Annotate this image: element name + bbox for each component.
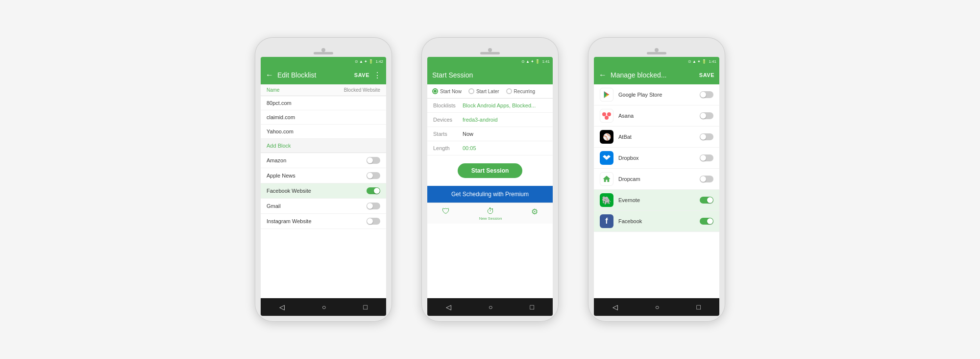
tab-settings[interactable]: ⚙ xyxy=(531,207,538,221)
row-value: Block Android Apps, Blocked... xyxy=(463,103,547,108)
row-value: freda3-android xyxy=(463,117,547,123)
app-name: Apple News xyxy=(267,173,295,179)
app-item-facebook: f Facebook xyxy=(594,211,719,232)
nav-back[interactable]: ◁ xyxy=(612,303,618,311)
nav-recent[interactable]: □ xyxy=(530,303,534,311)
app-name-dropbox: Dropbox xyxy=(618,155,695,161)
phone-3-save-btn[interactable]: SAVE xyxy=(699,72,714,78)
phone-2-speaker xyxy=(480,52,500,54)
list-item: claimid.com xyxy=(261,110,386,125)
phone-3-content: Google Play Store Asana xyxy=(594,84,719,298)
toggle-evernote[interactable] xyxy=(700,197,713,204)
list-item: Gmail xyxy=(261,199,386,214)
toggle-facebook-app[interactable] xyxy=(700,218,713,225)
tab-new-session[interactable]: ⏱ New Session xyxy=(479,207,502,221)
row-label: Devices xyxy=(433,117,463,123)
phone-3-nav: ◁ ○ □ xyxy=(594,298,719,316)
more-icon[interactable]: ⋮ xyxy=(373,71,381,80)
phone-3-screen: ⊙ ▲ ✦ 🔋 1:41 ← Manage blocked... SAVE Go… xyxy=(594,57,719,316)
app-item-play: Google Play Store xyxy=(594,84,719,105)
phone-1: ⊙ ▲ ✦ 🔋 1:42 ← Edit Blocklist SAVE ⋮ Nam… xyxy=(255,37,392,322)
session-row-starts: Starts Now xyxy=(427,127,553,141)
nav-recent[interactable]: □ xyxy=(364,303,368,311)
app-name: Facebook Website xyxy=(267,188,311,194)
back-icon[interactable]: ← xyxy=(266,71,273,79)
tab-shield-left[interactable]: 🛡 xyxy=(442,207,450,221)
toggle-gmail[interactable] xyxy=(367,203,380,209)
phone-3-status-bar: ⊙ ▲ ✦ 🔋 1:41 xyxy=(594,57,719,66)
bottom-tabs: 🛡 ⏱ New Session ⚙ xyxy=(427,203,553,224)
nav-back[interactable]: ◁ xyxy=(446,303,451,311)
list-header-name: Name xyxy=(267,87,280,93)
tab-recurring[interactable]: Recurring xyxy=(506,88,535,94)
premium-banner[interactable]: Get Scheduling with Premium xyxy=(427,186,553,203)
session-row-blocklists: Blocklists Block Android Apps, Blocked..… xyxy=(427,99,553,113)
phone-3-camera xyxy=(655,48,659,52)
phone-2-content: Start Now Start Later Recurring Blocklis… xyxy=(427,84,553,298)
toggle-instagram[interactable] xyxy=(367,218,380,225)
svg-point-5 xyxy=(602,112,606,116)
dropcam-icon xyxy=(600,172,613,186)
phone-3-speaker xyxy=(647,52,666,54)
tab-start-now[interactable]: Start Now xyxy=(432,88,462,94)
app-name-asana: Asana xyxy=(618,113,695,119)
row-label: Length xyxy=(433,145,463,151)
toggle-apple-news[interactable] xyxy=(367,172,380,179)
settings-icon: ⚙ xyxy=(531,207,538,216)
phone-1-status-bar: ⊙ ▲ ✦ 🔋 1:42 xyxy=(261,57,386,66)
website-name: 80pct.com xyxy=(267,100,292,106)
app-name: Instagram Website xyxy=(267,218,312,224)
phone-2-camera xyxy=(488,48,492,52)
nav-back[interactable]: ◁ xyxy=(279,303,285,311)
nav-recent[interactable]: □ xyxy=(697,303,701,311)
list-item: Apple News xyxy=(261,168,386,183)
toggle-asana[interactable] xyxy=(700,112,713,119)
list-item: 80pct.com xyxy=(261,96,386,110)
status-icons: ⊙ ▲ ✦ 🔋 xyxy=(355,59,374,64)
phone-3-top-bar xyxy=(594,43,719,57)
tab-start-later[interactable]: Start Later xyxy=(468,88,499,94)
toggle-facebook[interactable] xyxy=(367,187,380,194)
new-session-label: New Session xyxy=(479,216,502,221)
phone-3-title: Manage blocked... xyxy=(611,71,695,79)
phone-1-nav: ◁ ○ □ xyxy=(261,298,386,316)
facebook-icon: f xyxy=(600,214,613,228)
nav-home[interactable]: ○ xyxy=(489,303,492,311)
evernote-icon: 🐘 xyxy=(600,193,613,207)
start-session-button[interactable]: Start Session xyxy=(458,163,523,178)
status-time: 1:41 xyxy=(542,59,550,64)
atbat-icon: ⚾ xyxy=(600,130,613,144)
back-icon[interactable]: ← xyxy=(599,71,607,79)
phone-1-screen: ⊙ ▲ ✦ 🔋 1:42 ← Edit Blocklist SAVE ⋮ Nam… xyxy=(261,57,386,316)
phone-1-save-btn[interactable]: SAVE xyxy=(354,72,369,78)
toggle-amazon[interactable] xyxy=(367,157,380,164)
phone-2-nav: ◁ ○ □ xyxy=(427,298,553,316)
toggle-dropbox[interactable] xyxy=(700,154,713,161)
toggle-play[interactable] xyxy=(700,91,713,98)
phone-2-top-bar xyxy=(427,43,553,57)
nav-home[interactable]: ○ xyxy=(322,303,326,311)
app-name-dropcam: Dropcam xyxy=(618,176,695,182)
app-item-evernote: 🐘 Evernote xyxy=(594,190,719,211)
app-name: Gmail xyxy=(267,203,281,209)
toggle-dropcam[interactable] xyxy=(700,176,713,182)
nav-home[interactable]: ○ xyxy=(655,303,659,311)
phone-1-speaker xyxy=(314,52,333,54)
phone-1-camera xyxy=(321,48,325,52)
list-header-blocked: Blocked Website xyxy=(344,87,380,93)
app-name-facebook: Facebook xyxy=(618,218,695,224)
phone-1-top-bar xyxy=(261,43,386,57)
status-icons: ⊙ ▲ ✦ 🔋 xyxy=(688,59,707,64)
app-name-atbat: AtBat xyxy=(618,134,695,140)
row-label: Starts xyxy=(433,131,463,137)
phone-2-status-bar: ⊙ ▲ ✦ 🔋 1:41 xyxy=(427,57,553,66)
phone-2-title: Start Session xyxy=(432,71,548,79)
session-row-length: Length 00:05 xyxy=(427,141,553,155)
radio-start-now xyxy=(432,88,438,94)
phone-2: ⊙ ▲ ✦ 🔋 1:41 Start Session Start Now xyxy=(421,37,559,322)
phone-2-screen: ⊙ ▲ ✦ 🔋 1:41 Start Session Start Now xyxy=(427,57,553,316)
toggle-atbat[interactable] xyxy=(700,133,713,140)
phone-3: ⊙ ▲ ✦ 🔋 1:41 ← Manage blocked... SAVE Go… xyxy=(588,37,725,322)
add-block-btn[interactable]: Add Block xyxy=(261,139,386,153)
radio-start-later xyxy=(468,88,474,94)
